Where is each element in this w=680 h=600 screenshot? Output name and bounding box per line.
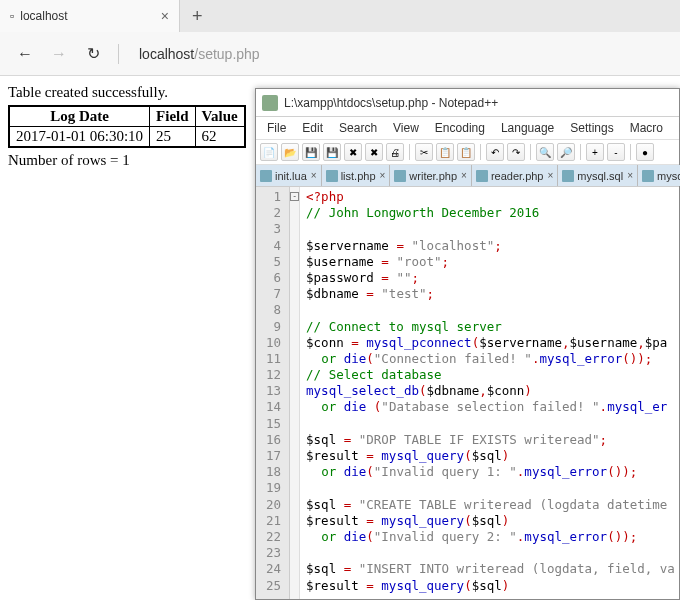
file-tab-label: mysql.sql [577, 170, 623, 182]
paste-icon[interactable]: 📋 [457, 143, 475, 161]
nav-bar: ← → ↻ localhost/setup.php [0, 32, 680, 76]
refresh-button[interactable]: ↻ [76, 44, 110, 63]
file-tab[interactable]: init.lua× [256, 165, 322, 186]
file-tab[interactable]: mysql.sql× [558, 165, 638, 186]
separator [630, 144, 631, 160]
menu-macro[interactable]: Macro [623, 119, 670, 137]
new-tab-button[interactable]: + [180, 6, 215, 27]
file-tab-label: init.lua [275, 170, 307, 182]
file-tab-label: mysq [657, 170, 680, 182]
file-icon [326, 170, 338, 182]
menu-view[interactable]: View [386, 119, 426, 137]
menu-language[interactable]: Language [494, 119, 561, 137]
close-icon[interactable]: × [161, 8, 169, 24]
line-numbers: 1234567891011121314151617181920212223242… [256, 187, 290, 599]
file-tab-label: writer.php [409, 170, 457, 182]
file-tab[interactable]: mysq× [638, 165, 680, 186]
tab-bar: ▫ localhost × + [0, 0, 680, 32]
separator [480, 144, 481, 160]
notepadpp-window: L:\xampp\htdocs\setup.php - Notepad++ Fi… [255, 88, 680, 600]
app-icon [262, 95, 278, 111]
record-icon[interactable]: ● [636, 143, 654, 161]
address-bar[interactable]: localhost/setup.php [139, 46, 672, 62]
new-file-icon[interactable]: 📄 [260, 143, 278, 161]
col-header: Log Date [9, 106, 150, 127]
separator [580, 144, 581, 160]
zoom-out-icon[interactable]: - [607, 143, 625, 161]
table-row: 2017-01-01 06:30:10 25 62 [9, 127, 245, 148]
back-button[interactable]: ← [8, 45, 42, 63]
separator [530, 144, 531, 160]
col-header: Field [150, 106, 196, 127]
save-icon[interactable]: 💾 [302, 143, 320, 161]
url-path: /setup.php [194, 46, 259, 62]
close-icon[interactable]: × [627, 170, 633, 181]
copy-icon[interactable]: 📋 [436, 143, 454, 161]
menu-search[interactable]: Search [332, 119, 384, 137]
file-icon [642, 170, 654, 182]
cut-icon[interactable]: ✂ [415, 143, 433, 161]
file-tab[interactable]: reader.php× [472, 165, 558, 186]
menu-edit[interactable]: Edit [295, 119, 330, 137]
window-titlebar[interactable]: L:\xampp\htdocs\setup.php - Notepad++ [256, 89, 679, 117]
redo-icon[interactable]: ↷ [507, 143, 525, 161]
file-tab-label: reader.php [491, 170, 544, 182]
file-icon [260, 170, 272, 182]
window-title: L:\xampp\htdocs\setup.php - Notepad++ [284, 96, 498, 110]
menu-file[interactable]: File [260, 119, 293, 137]
file-tab-label: list.php [341, 170, 376, 182]
replace-icon[interactable]: 🔎 [557, 143, 575, 161]
separator [118, 44, 119, 64]
forward-button[interactable]: → [42, 45, 76, 63]
open-file-icon[interactable]: 📂 [281, 143, 299, 161]
print-icon[interactable]: 🖨 [386, 143, 404, 161]
code-editor[interactable]: 1234567891011121314151617181920212223242… [256, 187, 679, 599]
result-table: Log Date Field Value 2017-01-01 06:30:10… [8, 105, 246, 148]
file-tabs: init.lua×list.php×writer.php×reader.php×… [256, 165, 679, 187]
close-icon[interactable]: × [548, 170, 554, 181]
close-all-icon[interactable]: ✖ [365, 143, 383, 161]
cell: 62 [195, 127, 245, 148]
menu-bar: FileEditSearchViewEncodingLanguageSettin… [256, 117, 679, 140]
browser-tab[interactable]: ▫ localhost × [0, 0, 180, 32]
close-icon[interactable]: × [311, 170, 317, 181]
menu-run[interactable]: Run [672, 119, 680, 137]
close-file-icon[interactable]: ✖ [344, 143, 362, 161]
table-header-row: Log Date Field Value [9, 106, 245, 127]
fold-column: - [290, 187, 300, 599]
file-tab[interactable]: writer.php× [390, 165, 472, 186]
file-icon [562, 170, 574, 182]
menu-settings[interactable]: Settings [563, 119, 620, 137]
undo-icon[interactable]: ↶ [486, 143, 504, 161]
close-icon[interactable]: × [380, 170, 386, 181]
tab-title: localhost [14, 9, 161, 23]
find-icon[interactable]: 🔍 [536, 143, 554, 161]
toolbar: 📄 📂 💾 💾 ✖ ✖ 🖨 ✂ 📋 📋 ↶ ↷ 🔍 🔎 + - ● [256, 140, 679, 165]
cell: 25 [150, 127, 196, 148]
code-area[interactable]: <?php// John Longworth December 2016$ser… [300, 187, 679, 599]
browser-chrome: ▫ localhost × + ← → ↻ localhost/setup.ph… [0, 0, 680, 76]
file-icon [394, 170, 406, 182]
menu-encoding[interactable]: Encoding [428, 119, 492, 137]
close-icon[interactable]: × [461, 170, 467, 181]
col-header: Value [195, 106, 245, 127]
separator [409, 144, 410, 160]
save-all-icon[interactable]: 💾 [323, 143, 341, 161]
zoom-in-icon[interactable]: + [586, 143, 604, 161]
cell: 2017-01-01 06:30:10 [9, 127, 150, 148]
url-host: localhost [139, 46, 194, 62]
file-tab[interactable]: list.php× [322, 165, 391, 186]
file-icon [476, 170, 488, 182]
